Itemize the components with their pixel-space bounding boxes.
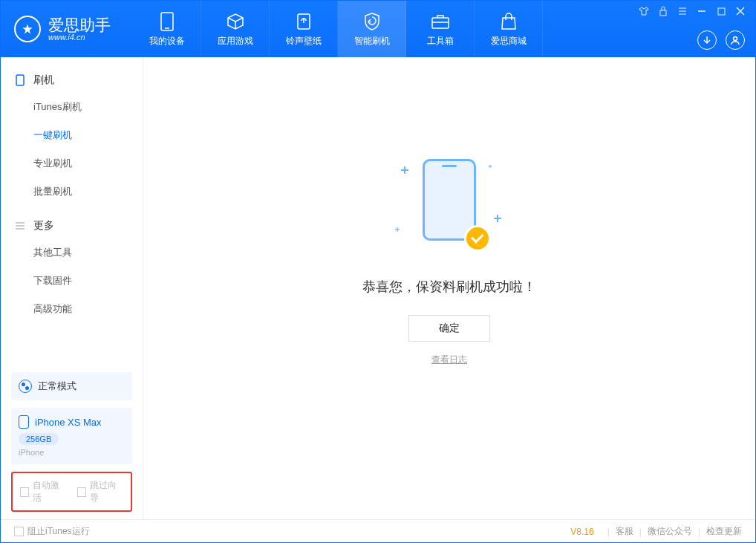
footer-link-wechat[interactable]: 微信公众号 [648, 525, 692, 538]
tab-apps[interactable]: 应用游戏 [201, 1, 270, 57]
shirt-icon[interactable] [638, 5, 650, 17]
toolbox-icon [430, 11, 451, 32]
checkbox-skip-wizard[interactable]: 跳过向导 [77, 479, 124, 504]
svg-point-14 [734, 37, 737, 41]
mode-icon [19, 380, 32, 393]
device-icon [157, 11, 177, 32]
tab-ringtones[interactable]: 铃声壁纸 [270, 1, 338, 57]
svg-rect-3 [432, 18, 449, 28]
shield-icon [362, 11, 382, 32]
checkbox-auto-activate[interactable]: 自动激活 [20, 479, 67, 504]
options-highlight: 自动激活 跳过向导 [11, 472, 132, 512]
window-controls [629, 1, 755, 22]
list-icon [14, 220, 26, 232]
footer-link-update[interactable]: 检查更新 [706, 525, 742, 538]
maximize-icon[interactable] [715, 5, 727, 17]
success-message: 恭喜您，保资料刷机成功啦！ [362, 278, 536, 296]
device-mode-card[interactable]: 正常模式 [11, 372, 132, 400]
version-label: V8.16 [570, 527, 593, 537]
sidebar-item-itunes-flash[interactable]: iTunes刷机 [1, 93, 143, 121]
svg-rect-10 [718, 8, 725, 15]
view-log-link[interactable]: 查看日志 [431, 354, 467, 366]
ok-button[interactable]: 确定 [408, 315, 490, 342]
tab-my-device[interactable]: 我的设备 [133, 1, 201, 57]
checkbox-block-itunes[interactable]: 阻止iTunes运行 [14, 525, 90, 538]
sidebar-item-advanced[interactable]: 高级功能 [1, 295, 143, 323]
status-bar: 阻止iTunes运行 V8.16| 客服| 微信公众号| 检查更新 [1, 519, 755, 543]
sidebar-item-other-tools[interactable]: 其他工具 [1, 238, 143, 267]
sidebar: 刷机 iTunes刷机 一键刷机 专业刷机 批量刷机 更多 其他工具 下载固件 … [1, 57, 143, 519]
menu-icon[interactable] [677, 5, 688, 17]
account-controls [697, 30, 745, 50]
success-illustration [390, 152, 509, 256]
main-content: 恭喜您，保资料刷机成功啦！ 确定 查看日志 [143, 57, 755, 519]
sidebar-item-oneclick-flash[interactable]: 一键刷机 [1, 121, 143, 149]
bag-icon [498, 11, 519, 32]
download-icon[interactable] [697, 30, 717, 50]
tab-store[interactable]: 爱思商城 [475, 1, 543, 57]
device-type: iPhone [19, 448, 125, 457]
footer-link-support[interactable]: 客服 [616, 525, 633, 538]
logo-icon [14, 16, 41, 42]
sidebar-section-more: 更多 [1, 213, 143, 238]
svg-rect-15 [16, 75, 24, 85]
sidebar-section-flash: 刷机 [1, 68, 143, 93]
device-phone-icon [19, 415, 29, 429]
cube-icon [225, 11, 246, 32]
app-subtitle: www.i4.cn [48, 33, 111, 42]
sidebar-item-batch-flash[interactable]: 批量刷机 [1, 178, 143, 206]
nav-tabs: 我的设备 应用游戏 铃声壁纸 智能刷机 工具箱 爱思商城 [133, 1, 543, 57]
phone-icon [14, 74, 26, 86]
device-name: iPhone XS Max [35, 417, 102, 428]
minimize-icon[interactable] [696, 5, 708, 17]
check-badge-icon [464, 225, 491, 252]
app-title: 爱思助手 [48, 17, 111, 33]
lock-icon[interactable] [657, 5, 669, 17]
tab-toolbox[interactable]: 工具箱 [406, 1, 475, 57]
device-capacity: 256GB [19, 433, 59, 445]
device-card[interactable]: iPhone XS Max 256GB iPhone [11, 408, 132, 464]
app-header: 爱思助手 www.i4.cn 我的设备 应用游戏 铃声壁纸 智能刷机 工具箱 爱… [1, 1, 755, 57]
close-icon[interactable] [734, 5, 746, 17]
sidebar-item-pro-flash[interactable]: 专业刷机 [1, 149, 143, 178]
tab-flash[interactable]: 智能刷机 [338, 1, 406, 57]
user-icon[interactable] [726, 30, 745, 50]
app-logo: 爱思助手 www.i4.cn [14, 16, 111, 42]
music-icon [293, 11, 314, 32]
sidebar-item-download-firmware[interactable]: 下载固件 [1, 267, 143, 295]
svg-rect-5 [660, 10, 666, 16]
